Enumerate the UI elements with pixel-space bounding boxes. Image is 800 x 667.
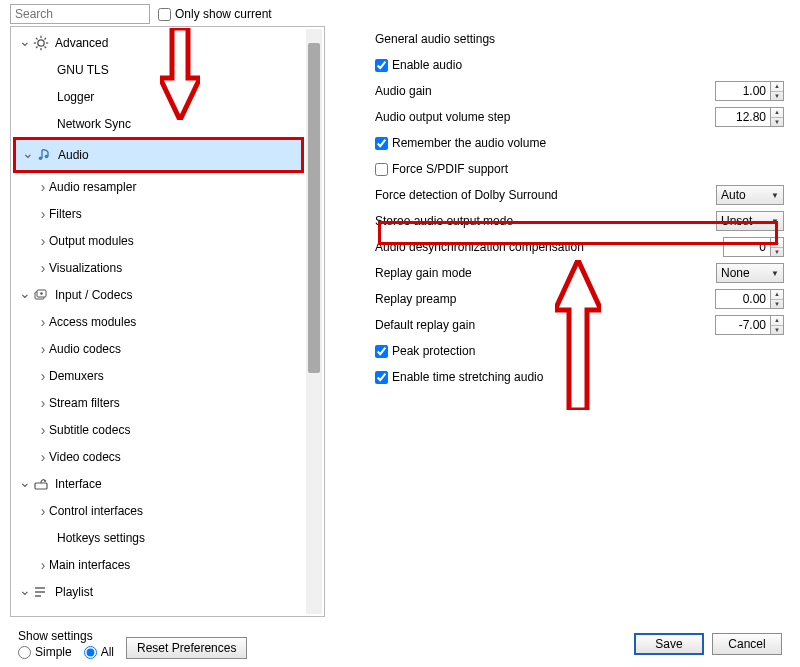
tree-item-input-codecs[interactable]: Input / Codecs: [13, 281, 304, 308]
stereo-label: Stereo audio output mode: [375, 214, 710, 228]
spinner-icon[interactable]: ▲▼: [771, 237, 784, 257]
chevron-down-icon[interactable]: [19, 287, 31, 303]
tree-label: Subtitle codecs: [49, 423, 130, 437]
spinner-icon[interactable]: ▲▼: [771, 81, 784, 101]
chevron-right-icon[interactable]: [37, 314, 49, 330]
tree-label: Main interfaces: [49, 558, 130, 572]
chevron-right-icon[interactable]: [37, 395, 49, 411]
peak-protection-input[interactable]: [375, 345, 388, 358]
remember-volume-input[interactable]: [375, 137, 388, 150]
stereo-dropdown[interactable]: Unset▼: [716, 211, 784, 231]
tree-item-demuxers[interactable]: Demuxers: [13, 362, 304, 389]
tree-label: Demuxers: [49, 369, 104, 383]
default-replay-stepper[interactable]: ▲▼: [715, 315, 784, 335]
chevron-right-icon[interactable]: [37, 341, 49, 357]
chevron-right-icon[interactable]: [37, 206, 49, 222]
svg-line-7: [36, 46, 38, 48]
search-input[interactable]: [10, 4, 150, 24]
chevron-right-icon[interactable]: [37, 449, 49, 465]
tree-label: Audio resampler: [49, 180, 136, 194]
tree-item-audio-resampler[interactable]: Audio resampler: [13, 173, 304, 200]
chevron-down-icon: ▼: [771, 217, 779, 226]
force-spdif-input[interactable]: [375, 163, 388, 176]
tree-item-audio-codecs[interactable]: Audio codecs: [13, 335, 304, 362]
scrollbar-thumb[interactable]: [308, 43, 320, 373]
svg-point-0: [38, 39, 44, 45]
tree-item-video-codecs[interactable]: Video codecs: [13, 443, 304, 470]
all-label: All: [101, 645, 114, 659]
svg-line-5: [36, 38, 38, 40]
only-show-current-checkbox-input[interactable]: [158, 8, 171, 21]
volume-step-label: Audio output volume step: [375, 110, 709, 124]
tree-item-hotkeys-settings[interactable]: Hotkeys settings: [13, 524, 304, 551]
svg-line-6: [45, 46, 47, 48]
tree-item-playlist[interactable]: Playlist: [13, 578, 304, 605]
time-stretching-label: Enable time stretching audio: [392, 370, 543, 384]
tree-item-logger[interactable]: Logger: [13, 83, 304, 110]
chevron-down-icon[interactable]: [22, 147, 34, 163]
desync-input[interactable]: [723, 237, 771, 257]
chevron-right-icon[interactable]: [37, 179, 49, 195]
volume-step-stepper[interactable]: ▲▼: [715, 107, 784, 127]
only-show-current-checkbox[interactable]: Only show current: [158, 7, 272, 21]
replay-mode-dropdown[interactable]: None▼: [716, 263, 784, 283]
chevron-right-icon[interactable]: [37, 503, 49, 519]
desync-stepper[interactable]: ▲▼: [723, 237, 784, 257]
audio-gain-stepper[interactable]: ▲▼: [715, 81, 784, 101]
audio-gain-input[interactable]: [715, 81, 771, 101]
enable-audio-checkbox[interactable]: Enable audio: [375, 58, 462, 72]
tree-item-filters[interactable]: Filters: [13, 200, 304, 227]
spinner-icon[interactable]: ▲▼: [771, 107, 784, 127]
simple-radio[interactable]: [18, 646, 31, 659]
tree-item-audio[interactable]: Audio: [13, 137, 304, 173]
chevron-right-icon[interactable]: [37, 233, 49, 249]
tree-item-interface[interactable]: Interface: [13, 470, 304, 497]
default-replay-input[interactable]: [715, 315, 771, 335]
dolby-value: Auto: [721, 188, 746, 202]
time-stretching-checkbox[interactable]: Enable time stretching audio: [375, 370, 543, 384]
chevron-right-icon[interactable]: [37, 557, 49, 573]
reset-preferences-button[interactable]: Reset Preferences: [126, 637, 247, 659]
chevron-right-icon[interactable]: [37, 368, 49, 384]
peak-protection-checkbox[interactable]: Peak protection: [375, 344, 475, 358]
tree-item-advanced[interactable]: Advanced: [13, 29, 304, 56]
replay-preamp-stepper[interactable]: ▲▼: [715, 289, 784, 309]
svg-line-8: [45, 38, 47, 40]
settings-tree[interactable]: Advanced GNU TLS Logger Network Sync Aud…: [10, 26, 325, 617]
tree-item-control-interfaces[interactable]: Control interfaces: [13, 497, 304, 524]
chevron-down-icon[interactable]: [19, 476, 31, 492]
tree-item-access-modules[interactable]: Access modules: [13, 308, 304, 335]
tree-item-network-sync[interactable]: Network Sync: [13, 110, 304, 137]
audio-icon: [36, 147, 52, 163]
cancel-button[interactable]: Cancel: [712, 633, 782, 655]
chevron-right-icon[interactable]: [37, 422, 49, 438]
chevron-right-icon[interactable]: [37, 260, 49, 276]
show-settings-simple[interactable]: Simple: [18, 645, 72, 659]
tree-item-main-interfaces[interactable]: Main interfaces: [13, 551, 304, 578]
all-radio[interactable]: [84, 646, 97, 659]
audio-gain-label: Audio gain: [375, 84, 709, 98]
save-button[interactable]: Save: [634, 633, 704, 655]
remember-volume-checkbox[interactable]: Remember the audio volume: [375, 136, 546, 150]
sidebar-scrollbar[interactable]: [306, 29, 322, 614]
enable-audio-input[interactable]: [375, 59, 388, 72]
force-spdif-checkbox[interactable]: Force S/PDIF support: [375, 162, 508, 176]
spinner-icon[interactable]: ▲▼: [771, 315, 784, 335]
spinner-icon[interactable]: ▲▼: [771, 289, 784, 309]
replay-preamp-input[interactable]: [715, 289, 771, 309]
tree-label: Video codecs: [49, 450, 121, 464]
peak-protection-label: Peak protection: [392, 344, 475, 358]
time-stretching-input[interactable]: [375, 371, 388, 384]
remember-volume-label: Remember the audio volume: [392, 136, 546, 150]
tree-label: Network Sync: [57, 117, 131, 131]
chevron-down-icon[interactable]: [19, 584, 31, 600]
chevron-down-icon[interactable]: [19, 35, 31, 51]
tree-item-gnutls[interactable]: GNU TLS: [13, 56, 304, 83]
tree-item-visualizations[interactable]: Visualizations: [13, 254, 304, 281]
dolby-dropdown[interactable]: Auto▼: [716, 185, 784, 205]
tree-item-output-modules[interactable]: Output modules: [13, 227, 304, 254]
tree-item-subtitle-codecs[interactable]: Subtitle codecs: [13, 416, 304, 443]
tree-item-stream-filters[interactable]: Stream filters: [13, 389, 304, 416]
volume-step-input[interactable]: [715, 107, 771, 127]
show-settings-all[interactable]: All: [84, 645, 114, 659]
